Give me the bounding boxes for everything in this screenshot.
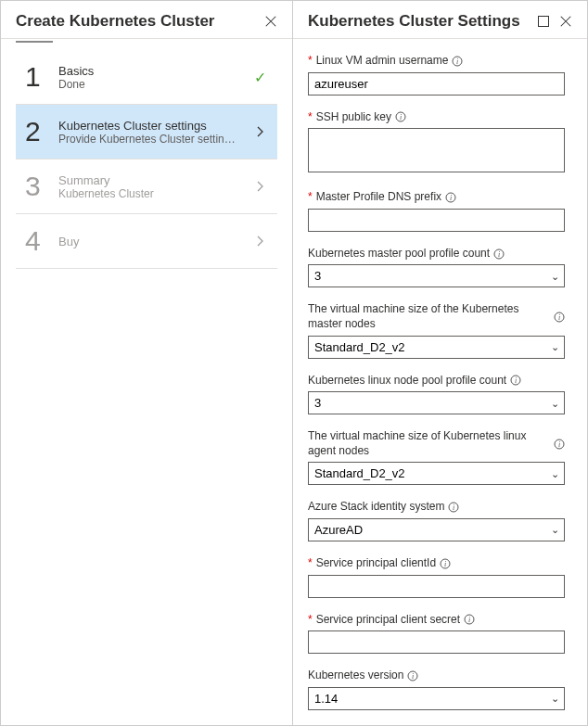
node-count-select[interactable]: 3 bbox=[308, 391, 565, 414]
info-icon[interactable]: i bbox=[464, 614, 475, 625]
step-cluster-settings[interactable]: 2 Kubernetes Cluster settings Provide Ku… bbox=[16, 105, 277, 159]
step-title: Buy bbox=[58, 235, 251, 248]
info-icon[interactable]: i bbox=[554, 439, 565, 450]
svg-text:i: i bbox=[412, 672, 414, 681]
right-panel-title: Kubernetes Cluster Settings bbox=[308, 12, 520, 31]
wizard-steps-panel: Create Kubernetes Cluster 1 Basics Done … bbox=[1, 1, 293, 725]
settings-form: *Linux VM admin usernamei *SSH public ke… bbox=[293, 39, 587, 726]
pin-icon[interactable] bbox=[537, 15, 550, 28]
chevron-right-icon bbox=[251, 233, 268, 249]
field-node-vm-size: The virtual machine size of Kubernetes l… bbox=[308, 429, 565, 485]
linux-admin-input[interactable] bbox=[308, 72, 565, 96]
step-title: Basics bbox=[58, 64, 251, 78]
info-icon[interactable]: i bbox=[448, 502, 459, 513]
field-label: Service principal clientId bbox=[316, 556, 436, 571]
info-icon[interactable]: i bbox=[510, 375, 521, 386]
right-panel-header: Kubernetes Cluster Settings bbox=[293, 1, 587, 39]
svg-text:i: i bbox=[498, 250, 500, 259]
step-summary[interactable]: 3 Summary Kubernetes Cluster bbox=[16, 159, 277, 214]
identity-system-select[interactable]: AzureAD bbox=[308, 518, 565, 541]
field-label: Kubernetes master pool profile count bbox=[308, 247, 490, 261]
info-icon[interactable]: i bbox=[554, 312, 565, 323]
svg-text:i: i bbox=[515, 376, 517, 385]
dns-prefix-input[interactable] bbox=[308, 209, 565, 232]
node-vm-size-select[interactable]: Standard_D2_v2 bbox=[308, 462, 565, 485]
svg-text:i: i bbox=[558, 313, 560, 322]
field-linux-admin: *Linux VM admin usernamei bbox=[308, 54, 565, 96]
left-panel-title: Create Kubernetes Cluster bbox=[16, 12, 214, 31]
step-number: 1 bbox=[25, 61, 58, 93]
close-icon[interactable] bbox=[264, 15, 277, 28]
field-label: The virtual machine size of the Kubernet… bbox=[308, 302, 550, 331]
step-subtitle: Kubernetes Cluster bbox=[58, 187, 251, 200]
svg-text:i: i bbox=[400, 113, 402, 121]
close-icon[interactable] bbox=[559, 15, 572, 28]
svg-rect-0 bbox=[539, 17, 549, 27]
wizard-steps-list: 1 Basics Done ✓ 2 Kubernetes Cluster set… bbox=[1, 43, 292, 276]
chevron-right-icon bbox=[251, 123, 268, 140]
info-icon[interactable]: i bbox=[493, 248, 505, 260]
field-k8s-version: Kubernetes versioni 1.14 ⌄ bbox=[308, 669, 565, 710]
field-label: Kubernetes linux node pool profile count bbox=[308, 374, 506, 388]
field-ssh-key: *SSH public keyi bbox=[308, 110, 565, 176]
sp-client-secret-input[interactable] bbox=[308, 630, 565, 654]
chevron-right-icon bbox=[251, 178, 268, 195]
svg-text:i: i bbox=[450, 194, 452, 202]
field-dns-prefix: *Master Profile DNS prefixi bbox=[308, 190, 565, 232]
info-icon[interactable]: i bbox=[452, 56, 463, 67]
step-subtitle: Provide Kubernetes Cluster settin… bbox=[58, 133, 251, 146]
step-subtitle: Done bbox=[58, 78, 251, 91]
step-title: Summary bbox=[58, 173, 251, 187]
step-title: Kubernetes Cluster settings bbox=[58, 119, 251, 133]
step-buy[interactable]: 4 Buy bbox=[16, 214, 277, 269]
field-master-vm-size: The virtual machine size of the Kubernet… bbox=[308, 302, 565, 358]
step-basics[interactable]: 1 Basics Done ✓ bbox=[16, 50, 277, 105]
field-master-count: Kubernetes master pool profile counti 3 … bbox=[308, 247, 565, 288]
field-sp-client-id: *Service principal clientIdi bbox=[308, 556, 565, 598]
sp-client-id-input[interactable] bbox=[308, 575, 565, 598]
step-number: 2 bbox=[25, 116, 58, 147]
master-count-select[interactable]: 3 bbox=[308, 264, 565, 287]
field-label: Linux VM admin username bbox=[316, 54, 449, 69]
settings-form-panel: Kubernetes Cluster Settings *Linux VM ad… bbox=[293, 1, 587, 725]
svg-text:i: i bbox=[468, 616, 470, 624]
k8s-version-select[interactable]: 1.14 bbox=[308, 687, 565, 710]
svg-text:i: i bbox=[444, 560, 446, 568]
step-number: 4 bbox=[25, 225, 58, 257]
field-sp-client-secret: *Service principal client secreti bbox=[308, 613, 565, 655]
field-label: Kubernetes version bbox=[308, 669, 403, 683]
field-label: Master Profile DNS prefix bbox=[316, 190, 441, 205]
info-icon[interactable]: i bbox=[440, 558, 451, 569]
field-identity-system: Azure Stack identity systemi AzureAD ⌄ bbox=[308, 500, 565, 541]
svg-text:i: i bbox=[558, 440, 560, 449]
info-icon[interactable]: i bbox=[445, 192, 456, 203]
field-label: The virtual machine size of Kubernetes l… bbox=[308, 429, 550, 458]
field-node-count: Kubernetes linux node pool profile count… bbox=[308, 374, 565, 415]
field-label: Service principal client secret bbox=[316, 613, 460, 628]
left-panel-header: Create Kubernetes Cluster bbox=[1, 1, 292, 39]
info-icon[interactable]: i bbox=[395, 111, 406, 122]
svg-text:i: i bbox=[453, 503, 454, 512]
ssh-key-input[interactable] bbox=[308, 128, 565, 172]
field-label: Azure Stack identity system bbox=[308, 500, 444, 515]
field-label: SSH public key bbox=[316, 110, 391, 125]
svg-text:i: i bbox=[456, 57, 458, 66]
checkmark-icon: ✓ bbox=[251, 69, 268, 85]
step-number: 3 bbox=[25, 171, 58, 202]
info-icon[interactable]: i bbox=[407, 670, 418, 681]
master-vm-size-select[interactable]: Standard_D2_v2 bbox=[308, 336, 565, 359]
